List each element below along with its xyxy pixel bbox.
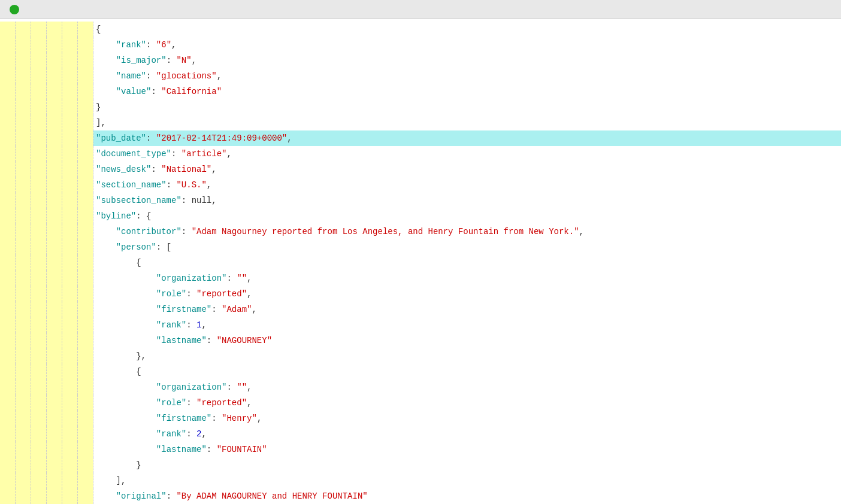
json-string: "reported": [196, 396, 247, 409]
code-line: "rank": "6",: [0, 37, 841, 53]
json-punctuation: ,: [257, 412, 262, 425]
gutter-cell: [16, 22, 31, 37]
gutter-cell: [16, 286, 31, 302]
json-punctuation: {: [96, 23, 101, 36]
gutter-cell: [16, 302, 31, 317]
line-gutter: [0, 426, 93, 442]
line-content: "rank": 1,: [93, 317, 211, 333]
gutter-cell: [16, 115, 31, 130]
line-content: "is_major": "N",: [93, 53, 201, 68]
gutter-cell: [62, 99, 78, 115]
gutter-cell: [16, 224, 31, 239]
json-key: "is_major": [116, 54, 167, 67]
json-punctuation: [96, 287, 156, 300]
gutter-cell: [31, 53, 47, 68]
gutter-cell: [62, 457, 78, 473]
gutter-cell: [0, 333, 16, 348]
gutter-cell: [47, 177, 62, 193]
json-string: "U.S.": [176, 178, 206, 192]
json-punctuation: :: [146, 38, 156, 51]
gutter-cell: [78, 208, 93, 224]
gutter-cell: [47, 130, 62, 146]
gutter-cell: [62, 379, 78, 395]
json-punctuation: ,: [192, 54, 196, 67]
gutter-cell: [47, 224, 62, 239]
gutter-cell: [47, 255, 62, 271]
gutter-cell: [78, 53, 93, 68]
gutter-cell: [47, 68, 62, 84]
code-line: }: [0, 99, 841, 115]
json-key: "rank": [156, 427, 186, 441]
json-string: "": [237, 272, 247, 285]
line-gutter: [0, 488, 93, 504]
line-gutter: [0, 22, 93, 37]
gutter-cell: [62, 224, 78, 239]
json-punctuation: [96, 396, 156, 409]
json-punctuation: :: [186, 287, 196, 300]
gutter-cell: [47, 208, 62, 224]
gutter-cell: [16, 146, 31, 162]
gutter-cell: [47, 317, 62, 333]
json-key: "role": [156, 396, 186, 409]
gutter-cell: [0, 426, 16, 442]
gutter-cell: [0, 271, 16, 286]
gutter-cell: [78, 99, 93, 115]
gutter-cell: [78, 68, 93, 84]
json-string: "article": [181, 147, 227, 160]
gutter-cell: [62, 37, 78, 53]
code-line: "section_name": "U.S.",: [0, 177, 841, 193]
gutter-cell: [31, 130, 47, 146]
json-punctuation: : [: [156, 241, 171, 254]
gutter-cell: [62, 68, 78, 84]
gutter-cell: [47, 115, 62, 130]
gutter-cell: [16, 488, 31, 504]
json-punctuation: ,: [217, 69, 222, 83]
gutter-cell: [31, 115, 47, 130]
gutter-cell: [16, 162, 31, 177]
line-gutter: [0, 379, 93, 395]
line-content: "byline": {: [93, 208, 156, 224]
json-punctuation: :: [186, 427, 196, 441]
json-punctuation: :: [181, 194, 192, 207]
json-punctuation: :: [181, 225, 192, 238]
gutter-cell: [47, 302, 62, 317]
code-line: "firstname": "Henry",: [0, 411, 841, 426]
gutter-cell: [78, 442, 93, 457]
json-punctuation: [96, 38, 116, 51]
line-gutter: [0, 37, 93, 53]
json-punctuation: ,: [207, 178, 211, 192]
json-punctuation: {: [96, 365, 141, 378]
gutter-cell: [31, 364, 47, 379]
json-punctuation: [96, 490, 116, 503]
json-punctuation: }: [96, 101, 101, 114]
json-punctuation: ,: [247, 396, 252, 409]
json-punctuation: ,: [201, 318, 206, 332]
gutter-cell: [16, 53, 31, 68]
code-area[interactable]: { "rank": "6", "is_major": "N", "name": …: [0, 19, 841, 504]
code-line: ],: [0, 115, 841, 130]
gutter-cell: [78, 37, 93, 53]
line-content: "value": "California": [93, 84, 226, 99]
json-key: "rank": [156, 318, 186, 332]
gutter-cell: [47, 488, 62, 504]
gutter-cell: [47, 286, 62, 302]
gutter-cell: [0, 130, 16, 146]
line-gutter: [0, 333, 93, 348]
line-content: "contributor": "Adam Nagourney reported …: [93, 224, 589, 239]
json-string: "Adam Nagourney reported from Los Angele…: [192, 225, 579, 238]
gutter-cell: [78, 177, 93, 193]
json-punctuation: :: [146, 69, 156, 83]
json-punctuation: :: [186, 318, 196, 332]
line-gutter: [0, 130, 93, 146]
json-string: "N": [176, 54, 191, 67]
json-punctuation: :: [226, 272, 237, 285]
gutter-cell: [78, 348, 93, 364]
gutter-cell: [78, 224, 93, 239]
line-gutter: [0, 84, 93, 99]
line-gutter: [0, 162, 93, 177]
json-punctuation: ,: [226, 147, 231, 160]
json-punctuation: :: [207, 334, 217, 347]
json-string: "California": [161, 85, 222, 98]
json-key: "section_name": [96, 178, 167, 192]
json-key: "byline": [96, 210, 136, 223]
